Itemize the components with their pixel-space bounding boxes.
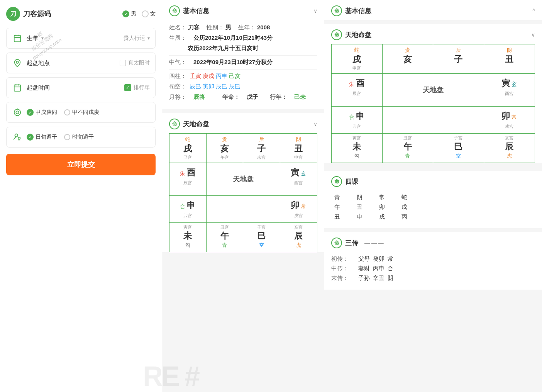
r-cell-yin-chou: 阴 丑 (484, 44, 535, 73)
cell-gui-hai: 贵 亥 午宫 (207, 134, 244, 163)
sikke-1-0: 午 (331, 204, 343, 211)
sz-label-1: 中传： (331, 265, 354, 272)
mid-tiandi-chevron[interactable]: ∨ (313, 121, 317, 127)
r-xu-val: 戌 (333, 54, 381, 65)
mid-tiandi-section: 命 天地命盘 ∨ 蛇 戌 巳宫 贵 亥 午宫 (162, 113, 324, 252)
sikke-row-2: 丑 申 戌 丙 (331, 213, 535, 221)
wu-bottom: 青 (208, 242, 242, 249)
right-sikke-icon: 命 (331, 176, 342, 187)
guiren-arrow[interactable]: ▾ (147, 36, 150, 41)
r-xuan-label: 玄 (510, 81, 517, 87)
gui-label: 贵 (208, 136, 242, 143)
clock-icon (12, 82, 23, 93)
r-tiandi-top-row: 蛇 戌 申宫 贵 亥 后 子 阴 (332, 44, 535, 74)
gender-male-option[interactable]: ✓ 男 (122, 10, 136, 17)
year-label-mid: 生年： (238, 24, 256, 31)
sikke-row-0: 青 阴 常 蛇 (331, 194, 535, 201)
sikke-2-0: 丑 (331, 213, 343, 221)
birth-year-arrow[interactable]: ▾ (41, 36, 44, 41)
form-row-time: 起盘时间 ✓ 排行年 (6, 77, 156, 98)
year-val-mid: 2008 (257, 24, 270, 31)
sikke-0-3: 蛇 (398, 194, 410, 201)
gender-male-label: 男 (131, 10, 136, 17)
paihang-checkbox[interactable]: ✓ (124, 84, 131, 91)
sizhu-2: 丙申 (216, 73, 227, 80)
r-mao-sub: 戌宫 (486, 124, 534, 129)
r-chen-bottom: 虎 (486, 153, 534, 160)
r-mao-val: 卯 (501, 111, 510, 121)
r-chang-label: 常 (510, 114, 517, 120)
tiandi-center-label: 天地盘 (207, 163, 280, 195)
r-wu-sub-top: 丑宫 (384, 135, 432, 141)
mid-basic-chevron[interactable]: ∨ (313, 8, 317, 14)
sz-val-1-2: 合 (388, 265, 393, 272)
he-label: 合 (180, 203, 187, 209)
r-wu-val: 午 (384, 141, 432, 153)
zhenyang-checkbox[interactable] (120, 60, 126, 66)
jiageng-opt1[interactable]: ✓ 甲戊庚同 (27, 109, 57, 116)
sz-val-0-1: 癸卯 (373, 255, 384, 263)
cell-yin-xuan: 寅 玄 酉宫 (280, 163, 317, 195)
svg-rect-0 (14, 36, 21, 42)
sizhu-label: 四柱： (169, 73, 186, 80)
jiageng-check1: ✓ (27, 109, 34, 116)
sz-vals-0: 父母 癸卯 常 (358, 255, 393, 263)
form-row-risun: ✓ 日旬遁干 时旬遁干 (6, 127, 156, 148)
right-tiandi-chevron[interactable]: ∨ (531, 32, 535, 38)
she-label: 蛇 (171, 136, 205, 143)
gender-item: 性别： 男 (207, 24, 231, 31)
chen-val: 辰 (282, 230, 316, 242)
r-wei-val: 未 (333, 141, 381, 153)
mid-basic-icon: 命 (169, 5, 180, 16)
main-layout: 刀 刀客源码 ✓ 男 女 生年 (0, 0, 542, 392)
r-zhu-label: 朱 (349, 81, 356, 87)
yin-label: 阴 (282, 136, 316, 143)
mid-basic-title-row: 命 基本信息 (169, 5, 209, 16)
sz-vals-1: 妻财 丙申 合 (358, 265, 393, 272)
location-label: 起盘地点 (27, 59, 50, 67)
r-cell-he-shen: 合 申 卯宫 (332, 107, 383, 133)
logo-icon: 刀 (6, 7, 20, 21)
name-gender-year-line: 姓名： 刀客 性别： 男 生年： 2008 (169, 24, 317, 31)
birth-year-right: 贵人行运 ▾ (124, 35, 150, 42)
hou-label: 后 (245, 136, 278, 143)
chen-bottom: 虎 (282, 242, 316, 249)
sikke-1-1: 丑 (354, 204, 365, 211)
chou-val: 丑 (282, 143, 316, 154)
sanchuan-block: 初传： 父母 癸卯 常 中传： 妻财 丙申 合 末传： (324, 252, 542, 290)
svg-point-9 (14, 109, 21, 116)
sz-val-0-0: 父母 (358, 255, 370, 263)
sikke-1-3: 戌 (398, 204, 410, 211)
mao-sub: 戌宫 (282, 213, 316, 219)
right-sanchuan-section: 命 三传 — — — 初传： 父母 癸卯 常 中传： 妻财 (324, 232, 542, 290)
birth-val2: 农历2022年九月十五日亥时 (188, 45, 258, 52)
tiandi-mid-row: 朱 酉 辰宫 天地盘 寅 玄 酉宫 (169, 163, 317, 196)
zi-sub: 未宫 (245, 154, 278, 160)
right-basic-section: 命 基本信息 ^ (324, 0, 542, 20)
cell-hou-zi: 后 子 未宫 (243, 134, 280, 163)
sizhu-0: 壬寅 (190, 73, 201, 80)
right-sikke-header: 命 四课 (324, 171, 542, 191)
svg-point-13 (15, 134, 18, 137)
sikke-2-1: 申 (354, 213, 365, 221)
gender-label-mid: 性别： (207, 24, 224, 31)
form-row-jiageng: ✓ 甲戊庚同 甲不同戊庚 (6, 102, 156, 123)
paihang-label: 排行年 (134, 84, 150, 91)
r-cell-zhu-you: 朱 酉 辰宫 (332, 74, 383, 106)
sikke-2-3: 丙 (398, 213, 410, 221)
risun-opt2[interactable]: 时旬遁干 (64, 134, 94, 141)
right-tiandi-title-row: 命 天地命盘 (331, 29, 371, 40)
risun-opt1[interactable]: ✓ 日旬遁干 (27, 134, 57, 141)
hai-val: 亥 (208, 143, 242, 154)
submit-button[interactable]: 立即提交 (6, 154, 156, 175)
gender-group[interactable]: ✓ 男 女 (122, 10, 156, 17)
right-tiandi-section: 命 天地命盘 ∨ 蛇 戌 申宫 贵 亥 (324, 24, 542, 163)
birth-year-label: 生年 (27, 35, 38, 42)
si-bottom: 空 (245, 242, 278, 249)
jiageng-opt2[interactable]: 甲不同戊庚 (64, 109, 99, 116)
right-basic-chevron[interactable]: ^ (532, 8, 535, 14)
year-item: 生年： 2008 (238, 24, 270, 31)
gender-female-option[interactable]: 女 (142, 10, 156, 17)
sz-val-0-2: 常 (388, 255, 393, 263)
yuejiang-line: 月将： 辰将 年命： 戊子 行年： 己未 (169, 93, 317, 101)
